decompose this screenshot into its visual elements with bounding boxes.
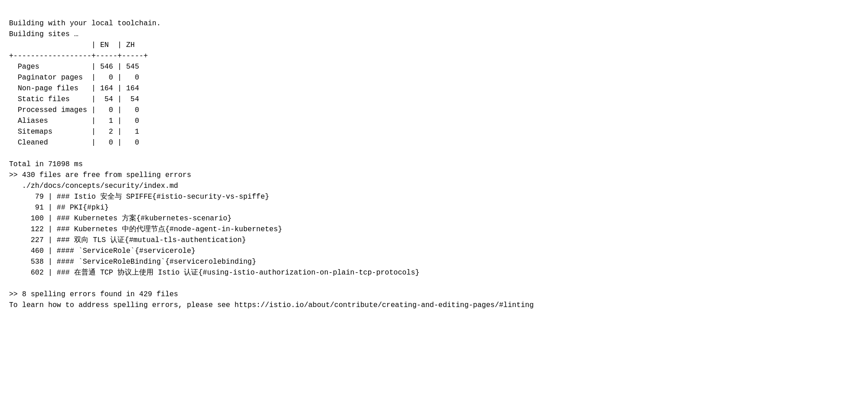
terminal-line-24 <box>9 278 859 289</box>
terminal-line-3: +------------------+-----+-----+ <box>9 51 859 61</box>
terminal-line-9: Aliases | 1 | 0 <box>9 116 859 126</box>
terminal-line-17: 91 | ## PKI{#pki} <box>9 202 859 213</box>
terminal-line-12 <box>9 148 859 159</box>
terminal-line-7: Static files | 54 | 54 <box>9 94 859 105</box>
terminal-line-22: 538 | #### `ServiceRoleBinding`{#service… <box>9 256 859 267</box>
terminal-line-8: Processed images | 0 | 0 <box>9 105 859 116</box>
terminal-line-11: Cleaned | 0 | 0 <box>9 137 859 148</box>
terminal-line-1: Building sites … <box>9 29 859 40</box>
terminal-line-5: Paginator pages | 0 | 0 <box>9 72 859 83</box>
terminal-line-0: Building with your local toolchain. <box>9 18 859 29</box>
terminal-line-15: ./zh/docs/concepts/security/index.md <box>9 181 859 191</box>
terminal-line-6: Non-page files | 164 | 164 <box>9 83 859 94</box>
terminal-line-21: 460 | #### `ServiceRole`{#servicerole} <box>9 246 859 256</box>
terminal-line-19: 122 | ### Kubernetes 中的代理节点{#node-agent-… <box>9 224 859 235</box>
terminal-line-16: 79 | ### Istio 安全与 SPIFFE{#istio-securit… <box>9 191 859 202</box>
terminal-line-14: >> 430 files are free from spelling erro… <box>9 170 859 181</box>
terminal-line-23: 602 | ### 在普通 TCP 协议上使用 Istio 认证{#using-… <box>9 267 859 278</box>
terminal-line-26: To learn how to address spelling errors,… <box>9 300 859 311</box>
terminal-line-4: Pages | 546 | 545 <box>9 61 859 72</box>
terminal-line-2: | EN | ZH <box>9 40 859 51</box>
terminal-line-25: >> 8 spelling errors found in 429 files <box>9 289 859 300</box>
terminal-line-13: Total in 71098 ms <box>9 159 859 170</box>
terminal-line-10: Sitemaps | 2 | 1 <box>9 126 859 137</box>
terminal-line-20: 227 | ### 双向 TLS 认证{#mutual-tls-authenti… <box>9 235 859 246</box>
terminal-line-18: 100 | ### Kubernetes 方案{#kubernetes-scen… <box>9 213 859 224</box>
terminal-output: Building with your local toolchain.Build… <box>9 7 859 311</box>
